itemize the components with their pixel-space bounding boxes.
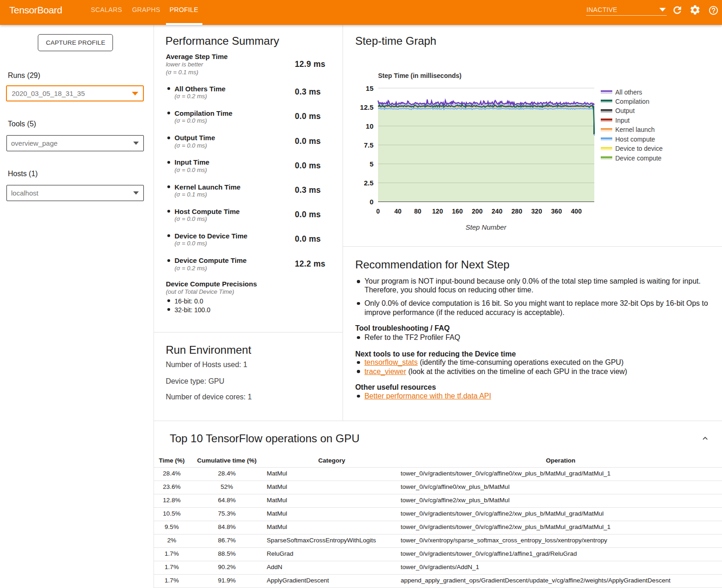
svg-text:5: 5 [370,160,373,168]
svg-text:320: 320 [531,208,542,215]
svg-text:0: 0 [376,208,380,215]
svg-text:0: 0 [370,198,373,206]
svg-text:12.5: 12.5 [360,103,373,111]
svg-text:400: 400 [571,208,582,215]
svg-text:160: 160 [452,208,463,215]
svg-text:360: 360 [551,208,562,215]
svg-text:280: 280 [511,208,522,215]
svg-text:15: 15 [366,84,373,92]
svg-text:40: 40 [394,208,402,215]
svg-text:Step Number: Step Number [466,223,507,231]
svg-text:120: 120 [432,208,443,215]
svg-text:2.5: 2.5 [364,179,373,187]
svg-text:80: 80 [414,208,421,215]
svg-text:Step Time (in milliseconds): Step Time (in milliseconds) [378,72,462,79]
svg-text:10: 10 [366,122,373,130]
svg-text:200: 200 [472,208,483,215]
svg-text:240: 240 [491,208,503,215]
svg-text:7.5: 7.5 [364,141,373,149]
